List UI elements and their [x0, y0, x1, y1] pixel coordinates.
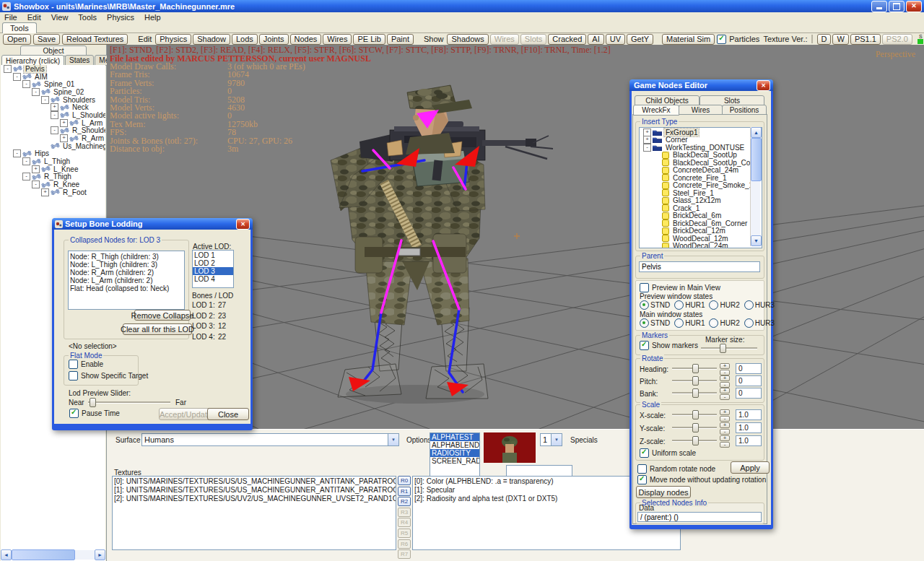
- random-rotate-toggle[interactable]: Random rotate node: [637, 464, 715, 474]
- rotate-value-field[interactable]: 0: [736, 375, 762, 386]
- shader-button[interactable]: D: [817, 34, 832, 45]
- rotate-value-field[interactable]: 0: [736, 363, 762, 374]
- toolbar-button[interactable]: Wires: [323, 34, 352, 45]
- scroll-left-icon[interactable]: ◄: [1, 549, 12, 560]
- menu-item[interactable]: File: [4, 13, 17, 22]
- option-item[interactable]: ALPHABLEND: [430, 441, 479, 449]
- scale-value-field[interactable]: 1.0: [736, 435, 762, 446]
- window-titlebar[interactable]: Showbox - units\Marines\MRB\Master_Machi…: [0, 0, 924, 12]
- expand-toggle-icon[interactable]: +: [60, 134, 68, 142]
- expand-toggle-icon[interactable]: +: [643, 136, 651, 144]
- tree-item[interactable]: - Spine_01: [1, 80, 105, 88]
- lod-item[interactable]: LOD 2: [193, 259, 233, 267]
- radio-icon[interactable]: [744, 300, 754, 310]
- collapsed-nodes-list[interactable]: Node: R_Thigh (children: 3)Node: L_Thigh…: [68, 251, 185, 310]
- radio-icon[interactable]: [640, 300, 649, 310]
- tab-wreckfx[interactable]: WreckFx: [633, 105, 679, 116]
- parent-field[interactable]: [639, 261, 760, 272]
- slider-thumb[interactable]: [90, 398, 96, 407]
- toolbar-button[interactable]: Cracked: [548, 34, 586, 45]
- expand-toggle-icon[interactable]: -: [13, 73, 21, 81]
- menu-item[interactable]: Edit: [27, 13, 41, 22]
- tree-item[interactable]: - Hips: [1, 150, 105, 158]
- marker-size-slider[interactable]: [701, 344, 757, 352]
- tree-item[interactable]: + Neck: [1, 103, 105, 111]
- particles-checkbox[interactable]: [717, 35, 726, 44]
- slider-thumb[interactable]: [692, 364, 699, 373]
- scale-slider[interactable]: [672, 423, 717, 431]
- lod-preview-slider[interactable]: [88, 398, 170, 406]
- insert-type-item[interactable]: - WorkTesting_DONTUSE: [640, 144, 762, 152]
- lod-item[interactable]: LOD 3: [193, 267, 233, 275]
- insert-type-item[interactable]: BrickDecal_6m_Corner: [640, 219, 762, 227]
- r-channel-button[interactable]: R2: [398, 497, 411, 506]
- r-channel-button[interactable]: R4: [398, 518, 411, 527]
- slider-thumb[interactable]: [692, 388, 699, 398]
- shader-button[interactable]: PS1.1: [850, 34, 881, 45]
- close-icon[interactable]: ✕: [236, 219, 250, 230]
- toolbar-button[interactable]: Physics: [155, 34, 191, 45]
- uniform-scale-checkbox[interactable]: [640, 448, 649, 458]
- tree-vscrollbar[interactable]: ▲ ▼: [750, 127, 760, 246]
- close-icon[interactable]: ✕: [757, 80, 770, 91]
- preview-index-combo[interactable]: 1 ▼: [540, 433, 562, 446]
- scroll-right-icon[interactable]: ►: [95, 549, 105, 560]
- toolbar-button[interactable]: Open: [3, 34, 31, 45]
- enable-checkbox[interactable]: [69, 360, 78, 369]
- state-radio[interactable]: STND: [640, 300, 670, 310]
- tree-item[interactable]: + L_Arm: [1, 119, 105, 127]
- slider-thumb[interactable]: [692, 436, 699, 445]
- expand-toggle-icon[interactable]: +: [32, 165, 40, 173]
- preview-main-checkbox[interactable]: [640, 283, 649, 292]
- rotate-slider[interactable]: [672, 364, 717, 372]
- maximize-button[interactable]: [889, 1, 905, 12]
- expand-toggle-icon[interactable]: -: [22, 80, 30, 88]
- insert-type-item[interactable]: + Corner: [640, 136, 762, 144]
- show-specific-checkbox[interactable]: [69, 371, 78, 380]
- uniform-scale-toggle[interactable]: Uniform scale: [640, 448, 696, 458]
- radio-icon[interactable]: [709, 318, 718, 328]
- tree-item[interactable]: - AIM: [1, 73, 105, 81]
- expand-toggle-icon[interactable]: -: [643, 144, 651, 152]
- expand-toggle-icon[interactable]: +: [60, 119, 68, 127]
- tree-item[interactable]: - R_Knee: [1, 181, 105, 188]
- remove-collapse-button[interactable]: Remove Collapse: [134, 310, 191, 321]
- show-specific-toggle[interactable]: Show Specific Target: [69, 371, 148, 380]
- insert-type-item[interactable]: Concrete_Fire_Smoke_1: [640, 182, 762, 190]
- enable-toggle[interactable]: Enable: [69, 360, 103, 369]
- tree-item[interactable]: + R_Arm: [1, 134, 105, 142]
- dialog-close-button[interactable]: Close: [207, 408, 249, 420]
- increment-button[interactable]: +: [720, 435, 730, 441]
- clear-all-lod-button[interactable]: Clear all for this LOD: [123, 323, 192, 335]
- scale-slider[interactable]: [672, 410, 717, 418]
- collapsed-node-item[interactable]: Node: L_Thigh (children: 3): [69, 261, 184, 269]
- expand-toggle-icon[interactable]: -: [51, 111, 58, 119]
- shader-button[interactable]: PS2.0: [882, 34, 912, 45]
- rotate-slider[interactable]: [672, 376, 717, 384]
- increment-button[interactable]: +: [720, 375, 730, 381]
- show-markers-toggle[interactable]: Show markers: [640, 341, 698, 350]
- expand-toggle-icon[interactable]: +: [643, 129, 651, 136]
- apply-button[interactable]: Apply: [731, 461, 770, 474]
- decrement-button[interactable]: -: [720, 442, 730, 448]
- toolbar-button[interactable]: UV: [606, 34, 625, 45]
- insert-type-item[interactable]: BrickDecal_12m: [640, 227, 762, 235]
- toolbar-button[interactable]: AI: [588, 34, 603, 45]
- scroll-up-icon[interactable]: ▲: [751, 127, 762, 138]
- data-field[interactable]: [637, 512, 762, 522]
- r-channel-button[interactable]: R3: [398, 508, 411, 517]
- collapsed-node-item[interactable]: Node: R_Thigh (children: 3): [69, 253, 184, 261]
- active-lod-list[interactable]: LOD 1LOD 2LOD 3LOD 4: [192, 250, 234, 288]
- tree-item[interactable]: - L_Shoulder: [1, 111, 105, 119]
- scrollbar-thumb[interactable]: [751, 138, 762, 181]
- material-sim-button[interactable]: Material Sim: [662, 34, 715, 45]
- option-item[interactable]: ALPHATEST: [430, 433, 479, 441]
- close-button[interactable]: ✕: [906, 1, 922, 12]
- insert-type-item[interactable]: BrickDecal_6m: [640, 212, 762, 220]
- toolbar-button[interactable]: Nodes: [290, 34, 322, 45]
- tree-item[interactable]: - L_Thigh: [1, 157, 105, 165]
- slider-thumb[interactable]: [692, 376, 699, 386]
- toolbar-button[interactable]: Shadow: [193, 34, 230, 45]
- r-channel-button[interactable]: R1: [398, 487, 411, 496]
- increment-button[interactable]: +: [720, 409, 730, 415]
